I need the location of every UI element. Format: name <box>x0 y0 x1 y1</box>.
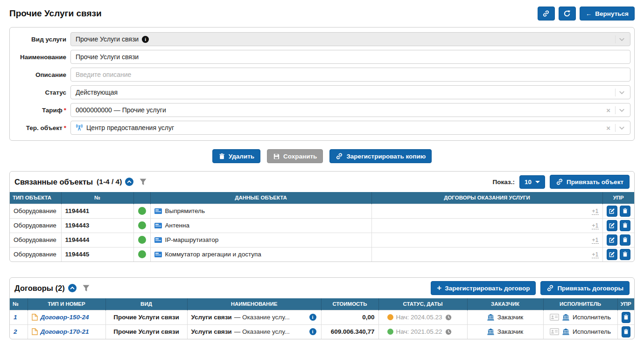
info-icon[interactable] <box>142 36 149 43</box>
object-number: 1194441 <box>61 204 133 218</box>
contract-customer[interactable]: Заказчик <box>497 328 523 335</box>
table-row: 2 Договор-170-21 Прочие Услуги связи Усл… <box>10 324 634 339</box>
delete-row-button[interactable] <box>622 326 631 337</box>
delete-row-button[interactable] <box>622 312 631 323</box>
equipment-card-icon <box>154 252 162 257</box>
description-input[interactable] <box>76 68 625 81</box>
table-row: Оборудование 1194445 Коммутатор агрегаци… <box>10 247 634 261</box>
more-contracts-link[interactable]: +1 <box>592 251 598 258</box>
col-mgmt: УПР <box>602 192 634 204</box>
col-object-type: ТИП ОБЪЕКТА <box>10 192 61 204</box>
contract-cost: 609.006.340,77 <box>321 324 378 339</box>
col-customer: ЗАКАЗЧИК <box>467 298 543 310</box>
bank-icon <box>487 328 494 335</box>
delete-row-button[interactable] <box>620 234 630 246</box>
object-name[interactable]: IP-маршрутизатор <box>165 236 219 243</box>
contract-row-number: 2 <box>10 324 28 339</box>
contract-link[interactable]: Договор-150-24 <box>41 314 89 321</box>
col-type-number: ТИП И НОМЕР <box>28 298 105 310</box>
contract-start-date: Нач: 2021.05.22 <box>396 328 442 335</box>
page: Прочие Услуги связи ← Вернуться Вид услу… <box>0 0 644 339</box>
name-input[interactable] <box>76 50 625 63</box>
delete-row-button[interactable] <box>620 220 630 231</box>
chevron-down-icon[interactable] <box>618 124 625 131</box>
contract-executor[interactable]: Исполнитель <box>573 328 611 335</box>
col-status <box>133 192 150 204</box>
edit-row-button[interactable] <box>607 206 617 217</box>
filter-button[interactable] <box>82 284 90 292</box>
contract-link[interactable]: Договор-170-21 <box>41 328 89 335</box>
object-type: Оборудование <box>10 233 61 247</box>
copy-link-button[interactable] <box>538 7 555 21</box>
delete-button[interactable]: Удалить <box>212 149 260 163</box>
tariff-value: 0000000000 — Прочие услуги <box>76 106 166 114</box>
trash-icon <box>623 329 629 335</box>
form-row-service-type: Вид услуги Прочие Услуги связи <box>14 32 630 46</box>
linked-objects-table: ТИП ОБЪЕКТА № ДАННЫЕ ОБЪЕКТА ДОГОВОРЫ ОК… <box>10 192 634 261</box>
linked-objects-header-row: ТИП ОБЪЕКТА № ДАННЫЕ ОБЪЕКТА ДОГОВОРЫ ОК… <box>10 192 634 204</box>
col-name: НАИМЕНОВАНИЕ <box>187 298 321 310</box>
status-dot <box>138 250 146 258</box>
contracts-title: Договоры (2) <box>14 284 65 293</box>
trash-icon <box>622 222 628 228</box>
link-icon <box>556 178 563 186</box>
chevron-down-icon <box>618 36 625 43</box>
chevron-down-icon[interactable] <box>618 89 625 96</box>
col-service-contracts: ДОГОВОРЫ ОКАЗАНИЯ УСЛУГИ <box>371 192 602 204</box>
edit-pencil-icon <box>609 237 615 243</box>
equipment-card-icon <box>154 208 162 214</box>
more-contracts-link[interactable]: +1 <box>592 208 598 215</box>
object-name[interactable]: Антенна <box>165 222 189 229</box>
contract-customer[interactable]: Заказчик <box>497 314 523 321</box>
collapse-section-button[interactable] <box>125 178 133 186</box>
col-num: № <box>10 298 28 310</box>
edit-row-button[interactable] <box>607 234 617 246</box>
more-contracts-link[interactable]: +1 <box>592 237 598 244</box>
status-dot <box>138 207 146 215</box>
form-row-status: Статус Действующая <box>14 85 630 99</box>
register-copy-button[interactable]: Зарегистрировать копию <box>329 149 432 163</box>
delete-button-label: Удалить <box>229 153 254 160</box>
edit-row-button[interactable] <box>607 249 617 260</box>
bind-contracts-button[interactable]: Привязать договоры <box>540 281 630 295</box>
bind-object-button[interactable]: Привязать объект <box>550 175 630 189</box>
back-button[interactable]: ← Вернуться <box>580 7 635 21</box>
page-size-dropdown[interactable]: 10 <box>519 175 545 189</box>
refresh-button[interactable] <box>559 7 576 21</box>
id-card-icon <box>550 328 559 335</box>
form-row-ter-object: Тер. объект* Центр предоставления услуг … <box>14 121 630 135</box>
clear-icon[interactable]: × <box>604 106 612 114</box>
clear-icon[interactable]: × <box>604 124 612 132</box>
refresh-icon <box>563 10 571 17</box>
delete-row-button[interactable] <box>620 206 630 217</box>
register-contract-button[interactable]: + Зарегистрировать договор <box>431 281 536 295</box>
tariff-select[interactable]: 0000000000 — Прочие услуги × <box>70 103 630 117</box>
contract-kind: Прочие Услуги связи <box>105 310 187 324</box>
tariff-label: Тариф* <box>14 107 70 114</box>
bank-icon <box>487 314 494 321</box>
top-bar: Прочие Услуги связи ← Вернуться <box>9 6 635 21</box>
status-select[interactable]: Действующая <box>70 85 630 99</box>
edit-row-button[interactable] <box>607 220 617 231</box>
link-icon <box>542 10 550 17</box>
object-name[interactable]: Выпрямитель <box>165 207 205 214</box>
page-size-value: 10 <box>525 179 532 186</box>
broadcast-tower-icon <box>76 124 83 131</box>
bind-contracts-label: Привязать договоры <box>557 285 623 292</box>
object-name[interactable]: Коммутатор агрегации и доступа <box>165 251 261 258</box>
info-icon[interactable] <box>309 314 316 321</box>
contract-executor[interactable]: Исполнитель <box>573 314 611 321</box>
chevron-down-icon[interactable] <box>618 107 625 114</box>
table-row: Оборудование 1194444 IP-маршрутизатор +1 <box>10 233 634 247</box>
delete-row-button[interactable] <box>620 249 630 260</box>
more-contracts-link[interactable]: +1 <box>592 222 598 229</box>
ter-object-select[interactable]: Центр предоставления услуг × <box>70 121 630 135</box>
form-row-name: Наименование <box>14 50 630 64</box>
register-contract-label: Зарегистрировать договор <box>445 285 530 292</box>
contract-cost: 0,00 <box>321 310 378 324</box>
filter-button[interactable] <box>139 178 147 186</box>
collapse-section-button[interactable] <box>68 284 77 292</box>
status-dot <box>387 314 393 320</box>
info-icon[interactable] <box>309 328 316 335</box>
col-executor: ИСПОЛНИТЕЛЬ <box>543 298 617 310</box>
